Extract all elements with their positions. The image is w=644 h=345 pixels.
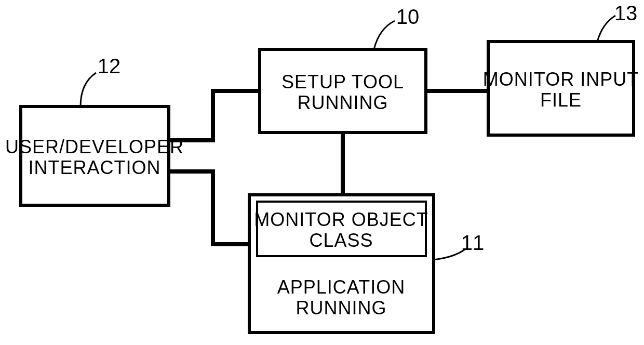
leader-11	[434, 249, 465, 260]
box-monitor-object-line2: CLASS	[309, 230, 373, 251]
box-setup-tool-running: SETUP TOOL RUNNING	[260, 49, 426, 132]
ref-13: 13	[614, 2, 638, 24]
ref-12: 12	[98, 55, 121, 77]
leader-12	[81, 73, 96, 107]
leader-10	[374, 21, 395, 49]
box-application-line1: APPLICATION	[277, 276, 405, 298]
box-monitor-input-line2: FILE	[540, 89, 582, 111]
box-setup-tool-line2: RUNNING	[298, 92, 388, 113]
box-user-dev-line2: INTERACTION	[28, 157, 160, 178]
box-user-developer-interaction: USER/DEVELOPER INTERACTION	[5, 107, 184, 205]
system-diagram: USER/DEVELOPER INTERACTION 12 SETUP TOOL…	[0, 0, 644, 345]
ref-11: 11	[461, 231, 485, 254]
box-application-running: MONITOR OBJECT CLASS APPLICATION RUNNING	[249, 195, 434, 333]
box-setup-tool-line1: SETUP TOOL	[281, 71, 404, 92]
connector-userdev-application	[169, 171, 249, 244]
ref-10: 10	[396, 5, 420, 28]
box-monitor-input-file: MONITOR INPUT FILE	[483, 42, 639, 135]
box-user-dev-line1: USER/DEVELOPER	[5, 136, 184, 157]
box-monitor-object-line1: MONITOR OBJECT	[254, 209, 428, 230]
leader-13	[597, 16, 615, 42]
box-monitor-input-line1: MONITOR INPUT	[483, 69, 639, 90]
connector-userdev-setuptool	[169, 91, 260, 140]
box-application-line2: RUNNING	[296, 297, 387, 319]
